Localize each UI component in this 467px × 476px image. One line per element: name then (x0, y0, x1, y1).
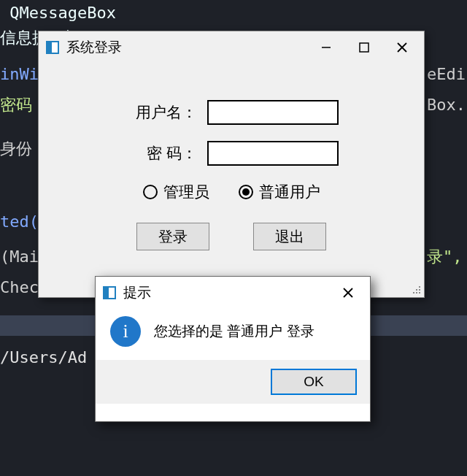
window-icon (103, 286, 116, 299)
msgbox-title: 提示 (123, 283, 329, 302)
password-label: 密 码： (124, 143, 197, 164)
radio-admin-label: 管理员 (163, 182, 209, 202)
radio-icon-selected (239, 185, 253, 199)
msgbox-message: 您选择的是 普通用户 登录 (154, 322, 314, 341)
close-button[interactable] (383, 31, 421, 64)
radio-admin[interactable]: 管理员 (143, 182, 209, 202)
ok-button[interactable]: OK (271, 369, 357, 395)
login-titlebar[interactable]: 系统登录 (39, 31, 424, 64)
radio-normal-user[interactable]: 普通用户 (239, 182, 320, 202)
radio-user-label: 普通用户 (259, 182, 320, 202)
msgbox-titlebar[interactable]: 提示 (96, 277, 370, 309)
resize-grip-icon[interactable] (409, 283, 421, 294)
maximize-button[interactable] (345, 31, 383, 64)
message-dialog: 提示 i 您选择的是 普通用户 登录 OK (95, 276, 371, 422)
window-icon (46, 41, 59, 54)
login-dialog: 系统登录 用户名： 密 码： 管理员 (38, 31, 425, 298)
minimize-button[interactable] (307, 31, 345, 64)
info-icon: i (110, 316, 141, 347)
radio-icon (143, 185, 158, 199)
svg-rect-1 (360, 43, 368, 52)
login-button[interactable]: 登录 (136, 223, 209, 250)
msgbox-close-button[interactable] (329, 277, 367, 309)
password-input[interactable] (207, 141, 339, 166)
exit-button[interactable]: 退出 (253, 223, 326, 250)
login-title: 系统登录 (66, 38, 307, 57)
username-label: 用户名： (124, 102, 197, 123)
username-input[interactable] (207, 100, 339, 125)
